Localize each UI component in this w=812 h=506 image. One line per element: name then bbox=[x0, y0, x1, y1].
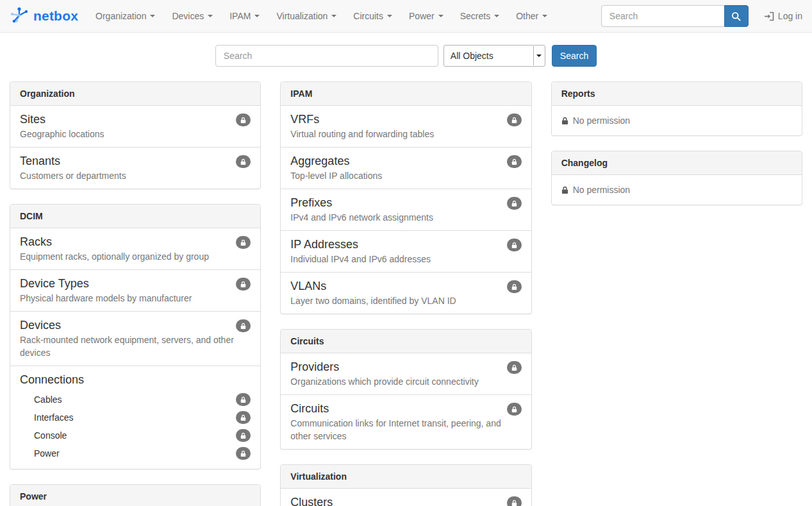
nav-item-secrets[interactable]: Secrets bbox=[452, 0, 508, 32]
chevron-down-icon bbox=[438, 15, 443, 17]
nav-item-ipam[interactable]: IPAM bbox=[221, 0, 268, 32]
nav-item-label: IPAM bbox=[229, 11, 251, 21]
lock-icon bbox=[507, 361, 522, 374]
list-item-racks: RacksEquipment racks, optionally organiz… bbox=[10, 228, 260, 270]
sign-in-icon bbox=[764, 12, 774, 21]
chevron-down-icon bbox=[533, 46, 544, 65]
list-item-aggregates: AggregatesTop-level IP allocations bbox=[281, 148, 531, 189]
login-label: Log in bbox=[778, 11, 802, 21]
panel-ipam: IPAMVRFsVirtual routing and forwarding t… bbox=[280, 81, 531, 314]
lock-icon bbox=[236, 429, 251, 442]
panel-reports: ReportsNo permission bbox=[551, 81, 802, 136]
no-permission-label: No permission bbox=[573, 115, 630, 126]
item-title: Devices bbox=[20, 318, 251, 332]
lock-icon bbox=[236, 278, 251, 291]
item-title: Device Types bbox=[20, 276, 251, 291]
item-description: Organizations which provide circuit conn… bbox=[290, 375, 521, 388]
item-title: Providers bbox=[290, 360, 521, 374]
lock-icon bbox=[236, 319, 251, 332]
item-description: IPv4 and IPv6 network assignments bbox=[290, 211, 521, 224]
item-title: Racks bbox=[20, 235, 251, 249]
panel-title: Reports bbox=[552, 82, 802, 106]
panel-dcim: DCIMRacksEquipment racks, optionally org… bbox=[10, 204, 261, 469]
nav-item-circuits[interactable]: Circuits bbox=[345, 0, 401, 32]
nav-item-label: Virtualization bbox=[276, 11, 327, 21]
nav-item-devices[interactable]: Devices bbox=[163, 0, 221, 32]
lock-icon bbox=[561, 117, 568, 125]
search-button[interactable]: Search bbox=[552, 45, 597, 67]
navbar-right: Log in bbox=[601, 5, 802, 27]
lock-icon bbox=[236, 411, 251, 424]
sub-item-interfaces: Interfaces bbox=[20, 409, 251, 426]
item-description: Physical hardware models by manufacturer bbox=[20, 292, 251, 305]
list-item-devices: DevicesRack-mounted network equipment, s… bbox=[10, 312, 260, 366]
list-item-device-types: Device TypesPhysical hardware models by … bbox=[10, 270, 260, 312]
item-description: Customers or departments bbox=[20, 169, 251, 182]
sub-item-cables: Cables bbox=[20, 391, 251, 409]
item-title: Sites bbox=[20, 112, 251, 126]
panel-power: Power bbox=[10, 484, 261, 506]
lock-icon bbox=[507, 197, 522, 210]
item-title: Tenants bbox=[20, 154, 251, 168]
object-type-selected: All Objects bbox=[451, 51, 493, 61]
panel-title: Changelog bbox=[552, 151, 802, 175]
list-item-vrfs: VRFsVirtual routing and forwarding table… bbox=[281, 106, 531, 148]
netbox-brand[interactable]: netbox bbox=[10, 6, 78, 26]
nav-item-label: Power bbox=[409, 11, 435, 21]
list-item-providers: ProvidersOrganizations which provide cir… bbox=[281, 353, 531, 395]
column-left: OrganizationSitesGeographic locationsTen… bbox=[0, 81, 270, 506]
no-permission-notice: No permission bbox=[552, 175, 802, 205]
nav-item-label: Organization bbox=[95, 11, 146, 21]
lock-icon bbox=[561, 186, 568, 194]
chevron-down-icon bbox=[494, 15, 499, 17]
sub-item-power: Power bbox=[20, 444, 251, 462]
panel-virtualization: VirtualizationClusters bbox=[280, 464, 531, 506]
lock-icon bbox=[236, 447, 251, 460]
navbar-search-group bbox=[601, 5, 749, 27]
list-item-connections: ConnectionsCablesInterfacesConsolePower bbox=[10, 366, 260, 469]
lock-icon bbox=[236, 393, 251, 406]
sub-item-list: CablesInterfacesConsolePower bbox=[20, 391, 251, 462]
chevron-down-icon bbox=[208, 15, 213, 17]
item-description: Equipment racks, optionally organized by… bbox=[20, 250, 251, 263]
search-input[interactable] bbox=[215, 45, 438, 67]
chevron-down-icon bbox=[331, 15, 336, 17]
nav-item-label: Other bbox=[516, 11, 538, 21]
item-description: Virtual routing and forwarding tables bbox=[290, 128, 521, 140]
nav-item-virtualization[interactable]: Virtualization bbox=[268, 0, 345, 32]
item-title: Circuits bbox=[290, 401, 521, 416]
lock-icon bbox=[236, 236, 251, 249]
panel-title: Organization bbox=[10, 82, 260, 106]
chevron-down-icon bbox=[387, 15, 392, 17]
panel-title: DCIM bbox=[10, 205, 260, 228]
nav-item-label: Devices bbox=[172, 11, 204, 21]
no-permission-notice: No permission bbox=[552, 106, 802, 135]
navbar-search-button[interactable] bbox=[724, 5, 749, 27]
lock-icon bbox=[507, 155, 522, 168]
nav-item-organization[interactable]: Organization bbox=[87, 0, 163, 32]
global-search-row: All Objects Search bbox=[0, 45, 812, 67]
nav-item-other[interactable]: Other bbox=[508, 0, 556, 32]
object-type-select[interactable]: All Objects bbox=[443, 45, 545, 67]
sub-item-console: Console bbox=[20, 426, 251, 444]
item-title: Aggregates bbox=[290, 154, 521, 168]
panel-title: IPAM bbox=[281, 82, 531, 106]
login-link[interactable]: Log in bbox=[764, 11, 802, 21]
sub-item-label: Power bbox=[34, 448, 60, 459]
item-title: IP Addresses bbox=[290, 237, 521, 251]
sub-item-label: Cables bbox=[34, 394, 62, 405]
panel-title: Virtualization bbox=[281, 465, 531, 489]
nav-item-power[interactable]: Power bbox=[401, 0, 452, 32]
item-description: Individual IPv4 and IPv6 addresses bbox=[290, 253, 521, 266]
item-title: Clusters bbox=[290, 495, 521, 506]
lock-icon bbox=[507, 403, 522, 416]
panel-title: Power bbox=[10, 485, 260, 506]
navbar-search-input[interactable] bbox=[601, 5, 724, 27]
panel-circuits: CircuitsProvidersOrganizations which pro… bbox=[280, 329, 531, 450]
nav-item-label: Secrets bbox=[460, 11, 490, 21]
main-menu: OrganizationDevicesIPAMVirtualizationCir… bbox=[87, 0, 556, 32]
column-right: ReportsNo permissionChangelogNo permissi… bbox=[542, 81, 812, 220]
sub-item-label: Interfaces bbox=[34, 412, 73, 423]
lock-icon bbox=[236, 155, 251, 168]
lock-icon bbox=[507, 114, 522, 126]
